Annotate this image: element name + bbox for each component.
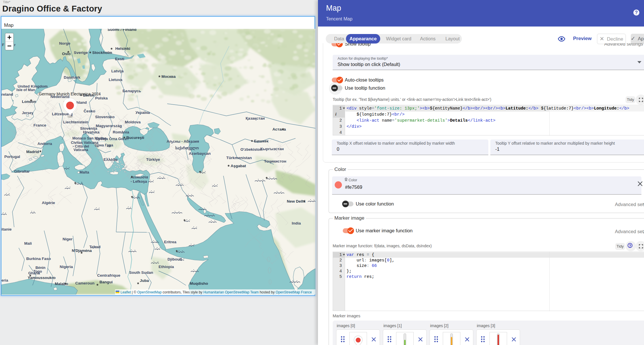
svg-text:Madrid: Madrid [26, 150, 39, 154]
svg-text:Nigeria: Nigeria [60, 265, 73, 269]
svg-text:Кыргызстан: Кыргызстан [260, 147, 284, 151]
svg-text:Україна: Україна [135, 110, 150, 115]
svg-text:Бишкек: Бишкек [254, 139, 269, 143]
svg-text:eria: eria [1, 278, 8, 282]
svg-text:Қазақстан: Қазақстан [246, 116, 265, 120]
svg-text:r: r [14, 43, 16, 47]
svg-text:România: România [113, 130, 129, 134]
svg-text:Bangui: Bangui [99, 280, 113, 284]
svg-text:Liechtenstein: Liechtenstein [63, 120, 88, 124]
svg-text:Астана: Астана [272, 127, 286, 131]
svg-text:Suomi / Finland: Suomi / Finland [108, 29, 137, 32]
svg-text:Bénin: Bénin [35, 266, 46, 270]
svg-text:Leaflet | © OpenStreetMap cont: Leaflet | © OpenStreetMap contributors, … [120, 290, 312, 294]
svg-text:Stockholm: Stockholm [92, 50, 112, 55]
svg-text:F: F [2, 43, 4, 47]
svg-text:Magyarország: Magyarország [96, 124, 122, 128]
svg-text:Latvija: Latvija [111, 69, 124, 73]
svg-text:Malabo: Malabo [55, 282, 68, 286]
svg-text:Moldova: Moldova [125, 120, 141, 124]
svg-text:Česko: Česko [84, 109, 95, 113]
svg-text:Eritrea: Eritrea [164, 240, 176, 244]
svg-text:Slovensko: Slovensko [95, 115, 115, 119]
svg-text:Sverige: Sverige [74, 50, 88, 55]
svg-text:Isle of Man: Isle of Man [16, 88, 35, 92]
svg-text:London: London [22, 99, 36, 104]
svg-text:- Lefkoşa: - Lefkoşa [131, 179, 147, 184]
svg-text:itanie: itanie [1, 227, 12, 231]
svg-text:საქართველო: საქართველო [175, 146, 199, 150]
svg-text:Ελλάδα: Ελλάδα [103, 157, 118, 162]
svg-text:Niger: Niger [63, 237, 73, 241]
svg-text:Аҧсны - Абхазия: Аҧсны - Абхазия [167, 139, 199, 144]
svg-text:New Delhi: New Delhi [287, 199, 306, 203]
svg-text:Djibouti: Djibouti [167, 257, 182, 261]
svg-text:Aşgabat: Aşgabat [231, 164, 246, 168]
svg-text:reland: reland [1, 92, 13, 97]
svg-text:Jersey: Jersey [22, 111, 33, 115]
svg-text:India: India [292, 221, 301, 225]
svg-text:N'Djaména: N'Djaména [72, 248, 92, 253]
svg-text:Portugal: Portugal [4, 154, 20, 159]
svg-text:Germany Munich Electronica 202: Germany Munich Electronica 2024 [39, 92, 101, 96]
svg-text:на: на [107, 144, 111, 148]
svg-text:Centrafrique: Centrafrique [97, 273, 120, 278]
svg-text:Algérie: Algérie [42, 201, 55, 205]
svg-text:Hrvatska: Hrvatska [83, 130, 100, 134]
svg-text:Norge: Norge [59, 41, 70, 46]
svg-text:Bucureşti: Bucureşti [126, 135, 144, 140]
svg-text:Andorra: Andorra [37, 142, 52, 146]
svg-text:Москва: Москва [161, 74, 176, 79]
svg-text:France: France [33, 123, 46, 127]
svg-text:Oslo: Oslo [62, 52, 71, 56]
svg-text:Тоҷикистон: Тоҷикистон [264, 159, 286, 163]
svg-text:O'zbekiston: O'zbekiston [240, 147, 262, 152]
svg-text:Беларусь: Беларусь [123, 89, 141, 93]
svg-text:Polska: Polska [95, 96, 108, 100]
svg-text:South Sudan: South Sudan [129, 270, 153, 275]
svg-text:Muqdisho: Muqdisho [190, 281, 208, 286]
svg-text:Gibraltar: Gibraltar [14, 169, 30, 174]
svg-text:Mali: Mali [24, 241, 32, 246]
svg-text:Türkiye: Türkiye [146, 157, 160, 162]
svg-text:Danmark: Danmark [64, 75, 80, 80]
svg-text:Malta: Malta [80, 170, 89, 174]
svg-text:Lietuva: Lietuva [109, 78, 123, 82]
svg-text:Vaticana: Vaticana [74, 148, 88, 152]
svg-text:Juba: Juba [140, 278, 149, 283]
svg-text:Yamoussoukro: Yamoussoukro [28, 276, 56, 280]
svg-text:Civitas Vaticana: Civitas Vaticana [71, 141, 99, 145]
svg-text:Cameroun: Cameroun [75, 281, 95, 285]
svg-text:Azərbaycan: Azərbaycan [189, 151, 211, 156]
svg-text:Eesti: Eesti [115, 57, 124, 61]
svg-text:Ghana: Ghana [28, 271, 40, 275]
svg-text:Λευκωσία: Λευκωσία [131, 175, 148, 179]
svg-text:Türkmenistan: Türkmenistan [226, 156, 252, 160]
svg-text:Burkina Faso: Burkina Faso [26, 257, 51, 261]
svg-text:Ethiopia: Ethiopia [159, 265, 174, 269]
svg-text:Helsinki: Helsinki [115, 46, 130, 51]
